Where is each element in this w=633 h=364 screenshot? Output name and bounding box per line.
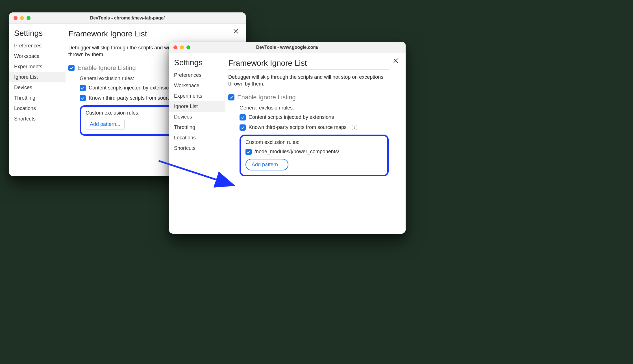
sidebar-item-throttling[interactable]: Throttling [9,93,66,103]
sidebar-item-preferences[interactable]: Preferences [9,41,66,51]
add-pattern-button[interactable]: Add pattern... [86,119,125,130]
help-icon[interactable]: ? [352,125,357,130]
add-pattern-button[interactable]: Add pattern... [245,159,288,170]
minimize-dot[interactable] [20,16,24,20]
zoom-dot[interactable] [186,45,190,49]
sidebar-item-throttling[interactable]: Throttling [169,122,225,133]
sidebar-item-workspace[interactable]: Workspace [9,51,66,62]
titlebar: DevTools - www.google.com/ [169,42,406,53]
devtools-window-2: DevTools - www.google.com/ Settings Pref… [169,42,406,234]
custom-rules-highlight: Custom exclusion rules: /node_modules/|/… [240,135,389,176]
titlebar: DevTools - chrome://new-tab-page/ [9,12,246,24]
sidebar-item-experiments[interactable]: Experiments [9,62,66,72]
sidebar-item-workspace[interactable]: Workspace [169,80,225,91]
sidebar-item-ignore-list[interactable]: Ignore List [169,101,225,112]
minimize-dot[interactable] [180,45,184,49]
sidebar-item-ignore-list[interactable]: Ignore List [9,72,66,82]
traffic-lights [169,45,190,49]
custom-pattern-checkbox[interactable] [245,149,252,155]
sidebar-heading: Settings [169,58,225,70]
close-icon[interactable] [232,28,240,35]
content-scripts-checkbox[interactable] [80,85,86,91]
zoom-dot[interactable] [27,16,31,20]
sidebar-heading: Settings [9,29,66,41]
divider [68,40,229,40]
traffic-lights [9,16,31,20]
window-title: DevTools - chrome://new-tab-page/ [9,16,246,21]
sidebar-item-locations[interactable]: Locations [9,103,66,114]
enable-ignore-checkbox[interactable] [68,65,75,71]
content-scripts-label: Content scripts injected by extensions [249,114,334,120]
thirdparty-label: Known third-party scripts from source ma… [249,124,347,130]
sidebar-item-devices[interactable]: Devices [9,82,66,93]
content-scripts-checkbox[interactable] [240,114,246,120]
page-title: Framework Ignore List [228,59,389,68]
close-dot[interactable] [14,16,18,20]
sidebar-item-shortcuts[interactable]: Shortcuts [9,114,66,124]
sidebar-item-devices[interactable]: Devices [169,112,225,122]
sidebar: Settings Preferences Workspace Experimen… [9,24,66,176]
close-icon[interactable] [392,57,399,64]
page-title: Framework Ignore List [68,29,229,38]
custom-pattern-label: /node_modules/|/bower_components/ [254,149,339,155]
sidebar-item-preferences[interactable]: Preferences [169,70,225,80]
sidebar: Settings Preferences Workspace Experimen… [169,53,225,234]
custom-rules-heading: Custom exclusion rules: [245,139,383,145]
content-scripts-label: Content scripts injected by extensions [89,85,174,91]
window-title: DevTools - www.google.com/ [169,45,406,50]
general-rules-heading: General exclusion rules: [240,105,389,111]
thirdparty-checkbox[interactable] [240,124,246,131]
enable-ignore-checkbox[interactable] [228,94,234,100]
enable-ignore-label: Enable Ignore Listing [237,94,296,101]
sidebar-item-locations[interactable]: Locations [169,133,225,143]
content-panel: Framework Ignore List Debugger will skip… [225,53,406,234]
close-dot[interactable] [173,45,177,49]
sidebar-item-experiments[interactable]: Experiments [169,91,225,101]
thirdparty-checkbox[interactable] [80,95,86,101]
sidebar-item-shortcuts[interactable]: Shortcuts [169,143,225,154]
description-text: Debugger will skip through the scripts a… [228,74,389,87]
enable-ignore-label: Enable Ignore Listing [77,64,136,72]
divider [228,69,389,70]
